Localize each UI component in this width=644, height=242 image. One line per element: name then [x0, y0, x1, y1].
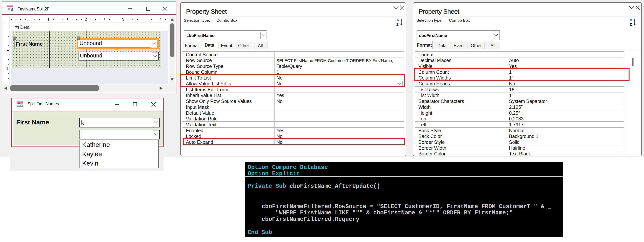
svg-text:A: A — [630, 18, 632, 22]
svg-text:A: A — [396, 18, 399, 22]
svg-text:Z: Z — [396, 22, 399, 26]
svg-text:Z: Z — [630, 22, 632, 26]
